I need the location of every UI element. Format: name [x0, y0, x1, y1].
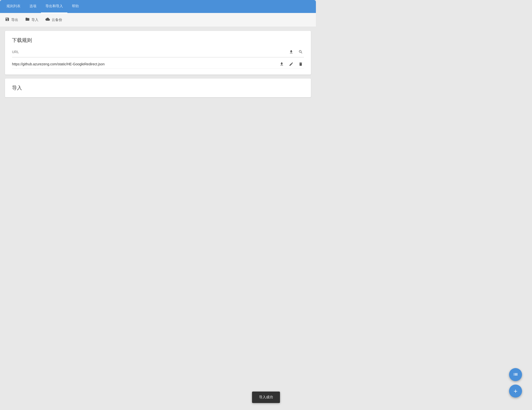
tab-options[interactable]: 选项 [25, 0, 41, 13]
url-actions [288, 49, 304, 55]
export-button[interactable]: 导出 [5, 16, 18, 24]
url-download-button[interactable] [288, 49, 294, 55]
rule-actions [278, 61, 304, 67]
cloud-backup-label: 云备份 [52, 18, 62, 22]
import-card-title: 导入 [12, 85, 304, 91]
folder-icon [25, 17, 30, 23]
download-rules-title: 下载规则 [12, 37, 304, 44]
export-label: 导出 [11, 18, 18, 22]
url-search-button[interactable] [297, 49, 304, 55]
url-input[interactable] [12, 49, 285, 55]
tab-export-import[interactable]: 导出和导入 [41, 0, 67, 13]
import-button[interactable]: 导入 [25, 16, 38, 24]
save-icon [5, 17, 9, 23]
rule-download-button[interactable] [278, 61, 285, 67]
url-input-row [12, 49, 304, 57]
top-nav: 规则列表 选项 导出和导入 帮助 [0, 0, 316, 13]
cloud-icon [45, 17, 50, 23]
rule-edit-button[interactable] [288, 61, 294, 67]
rule-entry-row: https://github.azurezeng.com/static/HE-G… [12, 57, 304, 69]
tab-help[interactable]: 帮助 [67, 0, 83, 13]
rule-url-text: https://github.azurezeng.com/static/HE-G… [12, 62, 275, 66]
import-label: 导入 [31, 18, 38, 22]
sub-toolbar: 导出 导入 云备份 [0, 13, 316, 27]
import-card: 导入 [5, 79, 311, 97]
download-rules-card: 下载规则 https://github.azurezeng.com/static… [5, 31, 311, 75]
tab-rules-list[interactable]: 规则列表 [2, 0, 25, 13]
cloud-backup-button[interactable]: 云备份 [45, 16, 62, 24]
main-content: 下载规则 https://github.azurezeng.com/static… [0, 27, 316, 101]
rule-delete-button[interactable] [297, 61, 304, 67]
